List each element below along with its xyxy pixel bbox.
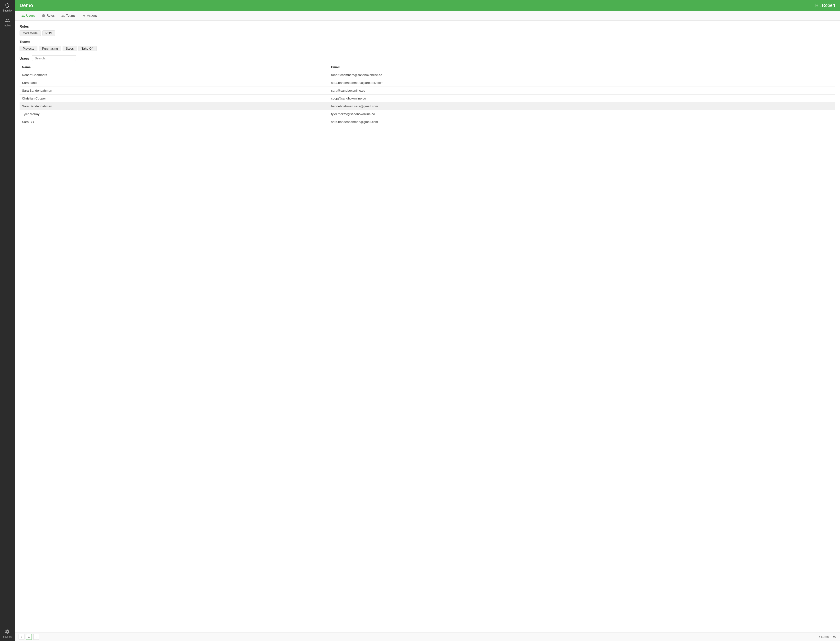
- user-name: Sara band: [19, 79, 328, 87]
- table-row[interactable]: Sara bandsara.bandehbahman@paretobiz.com: [19, 79, 835, 87]
- user-email: coop@sandboxonline.co: [328, 95, 835, 102]
- user-name: Sara Bandehbahman: [19, 87, 328, 95]
- tab-actions[interactable]: Actions: [79, 12, 100, 19]
- roles-tags: God Mode POS: [19, 30, 835, 36]
- table-row[interactable]: Christian Coopercoop@sandboxonline.co: [19, 95, 835, 102]
- page-size: 50: [833, 635, 836, 639]
- footer: ‹ 1 › 7 items 50: [14, 632, 840, 641]
- user-email: tyler.mckay@sandboxonline.co: [328, 110, 835, 118]
- user-email: sara@sandboxonline.co: [328, 87, 835, 95]
- roles-tab-icon: [42, 14, 45, 17]
- table-row[interactable]: Tyler McKaytyler.mckay@sandboxonline.co: [19, 110, 835, 118]
- teams-tab-icon: [61, 14, 65, 17]
- table-row[interactable]: Sara Bandehbahmanbandehbahman.sara@gmail…: [19, 102, 835, 110]
- team-tag-purchasing[interactable]: Purchasing: [39, 46, 61, 52]
- col-email: Email: [328, 63, 835, 71]
- user-email: sara.bandehbahman@gmail.com: [328, 118, 835, 126]
- sidebar-item-settings[interactable]: Settings: [0, 626, 14, 641]
- table-header-row: Name Email: [19, 63, 835, 71]
- items-count: 7 items: [819, 635, 829, 639]
- tab-teams[interactable]: Teams: [58, 12, 78, 19]
- roles-section-title: Roles: [19, 24, 835, 28]
- user-name: Sara Bandehbahman: [19, 102, 328, 110]
- app-title: Demo: [19, 3, 33, 8]
- user-email: sara.bandehbahman@paretobiz.com: [328, 79, 835, 87]
- users-header: Users: [19, 55, 835, 61]
- role-tag-pos[interactable]: POS: [42, 30, 55, 36]
- role-tag-god-mode[interactable]: God Mode: [19, 30, 41, 36]
- tab-roles[interactable]: Roles: [39, 12, 58, 19]
- sidebar-item-security-label: Security: [3, 9, 12, 12]
- pagination: ‹ 1 ›: [19, 634, 39, 640]
- user-email: bandehbahman.sara@gmail.com: [328, 102, 835, 110]
- main-area: Demo Hi, Robert Users Roles Teams A: [14, 0, 840, 641]
- invites-icon: [5, 18, 10, 23]
- settings-icon: [5, 629, 10, 635]
- footer-info: 7 items 50: [819, 635, 836, 639]
- tab-actions-label: Actions: [87, 14, 98, 17]
- sidebar-item-invites-label: Invites: [4, 24, 11, 27]
- table-row[interactable]: Sara Bandehbahmansara@sandboxonline.co: [19, 87, 835, 95]
- teams-tags: Projects Purchasing Sales Take Off: [19, 46, 835, 52]
- pagination-prev[interactable]: ‹: [19, 634, 24, 640]
- tab-users-label: Users: [26, 14, 35, 17]
- table-row[interactable]: Robert Chambersrobert.chambers@sandboxon…: [19, 71, 835, 79]
- user-greeting: Hi, Robert: [815, 3, 835, 8]
- user-email: robert.chambers@sandboxonline.co: [328, 71, 835, 79]
- team-tag-projects[interactable]: Projects: [19, 46, 37, 52]
- sidebar-item-security[interactable]: Security: [0, 0, 14, 15]
- user-name: Tyler McKay: [19, 110, 328, 118]
- sidebar-item-settings-label: Settings: [3, 635, 12, 638]
- user-name: Robert Chambers: [19, 71, 328, 79]
- user-name: Sara BB: [19, 118, 328, 126]
- sidebar-item-invites[interactable]: Invites: [0, 15, 14, 30]
- shield-icon: [5, 3, 10, 8]
- user-name: Christian Cooper: [19, 95, 328, 102]
- actions-tab-icon: [82, 14, 86, 17]
- sidebar-bottom: Settings: [0, 626, 14, 641]
- users-table: Name Email Robert Chambersrobert.chamber…: [19, 63, 835, 126]
- teams-section-title: Teams: [19, 40, 835, 44]
- table-row[interactable]: Sara BBsara.bandehbahman@gmail.com: [19, 118, 835, 126]
- search-input[interactable]: [32, 55, 76, 61]
- topbar: Demo Hi, Robert: [14, 0, 840, 11]
- users-section-title: Users: [19, 56, 29, 60]
- team-tag-takeoff[interactable]: Take Off: [79, 46, 97, 52]
- tab-roles-label: Roles: [47, 14, 55, 17]
- users-tab-icon: [21, 14, 25, 17]
- pagination-current-page: 1: [26, 634, 32, 640]
- tab-users[interactable]: Users: [19, 12, 38, 19]
- team-tag-sales[interactable]: Sales: [63, 46, 77, 52]
- pagination-next[interactable]: ›: [33, 634, 39, 640]
- sidebar: Security Invites Settings: [0, 0, 14, 641]
- col-name: Name: [19, 63, 328, 71]
- nav-tabs: Users Roles Teams Actions: [14, 11, 840, 21]
- tab-teams-label: Teams: [66, 14, 75, 17]
- content-area: Roles God Mode POS Teams Projects Purcha…: [14, 21, 840, 632]
